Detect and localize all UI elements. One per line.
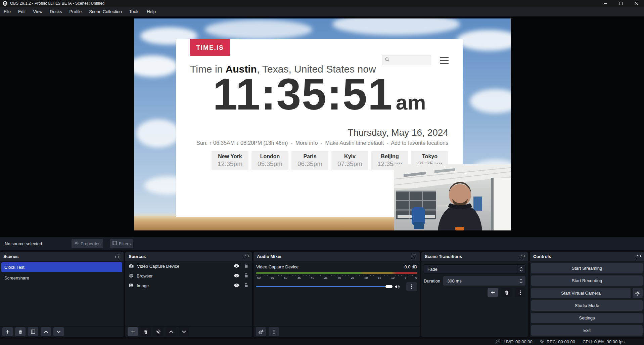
source-toolbar: No source selected Properties Filters bbox=[0, 237, 644, 250]
mixer-menu-button[interactable] bbox=[269, 327, 279, 336]
mixer-channel-menu-button[interactable] bbox=[406, 282, 417, 291]
audio-mixer-dock: Audio Mixer Video Capture Device 0.0 dB … bbox=[254, 252, 420, 337]
virtual-camera-config-button[interactable] bbox=[633, 288, 643, 298]
volume-slider[interactable] bbox=[256, 286, 392, 287]
eye-icon[interactable] bbox=[234, 264, 239, 269]
menu-scene-collection[interactable]: Scene Collection bbox=[85, 7, 126, 16]
city-london[interactable]: London05:35pm bbox=[251, 151, 288, 170]
remove-source-button[interactable] bbox=[140, 327, 151, 336]
popout-icon[interactable] bbox=[116, 255, 120, 259]
add-transition-button[interactable] bbox=[488, 288, 498, 297]
mixer-level-db: 0.0 dB bbox=[404, 264, 417, 269]
add-favorite-link[interactable]: Add to favorite locations bbox=[391, 140, 448, 146]
speaker-icon[interactable] bbox=[395, 285, 400, 289]
start-streaming-button[interactable]: Start Streaming bbox=[531, 263, 643, 273]
menu-file[interactable]: File bbox=[0, 7, 14, 16]
volume-slider-row bbox=[256, 283, 417, 291]
start-virtual-camera-button[interactable]: Start Virtual Camera bbox=[531, 288, 631, 298]
sun-info: Sun: ↑ 06:35AM ↓ 08:20PM (13h 46m) bbox=[196, 140, 288, 146]
scene-filters-button[interactable] bbox=[28, 327, 38, 336]
move-scene-down-button[interactable] bbox=[53, 327, 64, 336]
move-source-down-button[interactable] bbox=[179, 327, 189, 336]
scene-item-screenshare[interactable]: Screenshare bbox=[1, 273, 122, 283]
duration-spinner-icon[interactable] bbox=[520, 279, 523, 283]
eye-icon[interactable] bbox=[234, 273, 239, 278]
properties-label: Properties bbox=[81, 241, 100, 246]
window-controls bbox=[598, 0, 644, 7]
search-icon bbox=[385, 57, 389, 63]
popout-icon[interactable] bbox=[412, 255, 416, 259]
duration-value: 300 ms bbox=[447, 278, 462, 284]
mixer-header: Audio Mixer bbox=[254, 252, 420, 261]
timeis-search-input[interactable] bbox=[382, 55, 431, 65]
cpu-fps-text: CPU: 0.6%, 30.00 fps bbox=[583, 339, 625, 344]
record-off-icon bbox=[540, 339, 544, 344]
volume-slider-handle[interactable] bbox=[385, 285, 393, 288]
add-scene-button[interactable] bbox=[2, 327, 13, 336]
scene-item-clock-test[interactable]: Clock Test bbox=[1, 262, 122, 272]
more-info-link[interactable]: More info bbox=[295, 140, 318, 146]
transition-menu-button[interactable] bbox=[515, 288, 525, 297]
globe-icon bbox=[129, 273, 133, 279]
transition-select[interactable]: Fade bbox=[424, 264, 525, 274]
transition-selected-value: Fade bbox=[427, 267, 438, 272]
start-recording-button[interactable]: Start Recording bbox=[531, 275, 643, 286]
source-item-browser[interactable]: Browser bbox=[125, 271, 252, 281]
clock-time: 11:35:51 bbox=[213, 70, 393, 119]
preview-canvas[interactable]: TIME.IS Time in Austin, Texas, United St… bbox=[0, 16, 644, 237]
cloud bbox=[136, 119, 180, 147]
filters-button[interactable]: Filters bbox=[110, 239, 133, 248]
studio-mode-button[interactable]: Studio Mode bbox=[531, 300, 643, 311]
sources-toolbar bbox=[125, 326, 252, 337]
menu-tools[interactable]: Tools bbox=[126, 7, 143, 16]
lock-open-icon[interactable] bbox=[244, 263, 248, 269]
remove-scene-button[interactable] bbox=[15, 327, 26, 336]
duration-input[interactable]: 300 ms bbox=[443, 276, 525, 286]
source-item-video-capture[interactable]: Video Capture Device bbox=[125, 261, 252, 271]
city-kyiv[interactable]: Kyiv07:35pm bbox=[331, 151, 368, 170]
city-paris[interactable]: Paris06:35pm bbox=[291, 151, 328, 170]
popout-icon[interactable] bbox=[520, 255, 524, 259]
city-newyork[interactable]: New York12:35pm bbox=[212, 151, 248, 170]
timeis-logo[interactable]: TIME.IS bbox=[190, 39, 230, 56]
minimize-button[interactable] bbox=[598, 0, 613, 7]
properties-button[interactable]: Properties bbox=[72, 239, 103, 248]
menu-edit[interactable]: Edit bbox=[14, 7, 29, 16]
settings-button[interactable]: Settings bbox=[531, 313, 643, 323]
obs-window: OBS 29.1.2 - Profile: LLHLS BETA - Scene… bbox=[0, 0, 644, 345]
make-default-link[interactable]: Make Austin time default bbox=[325, 140, 384, 146]
menu-icon[interactable] bbox=[440, 57, 449, 64]
combo-spinner-icon[interactable] bbox=[517, 265, 525, 273]
menu-docks[interactable]: Docks bbox=[46, 7, 65, 16]
popout-icon[interactable] bbox=[244, 255, 248, 259]
date-line: Thursday, May 16, 2024 bbox=[348, 127, 448, 138]
advanced-audio-button[interactable] bbox=[256, 327, 266, 336]
controls-title: Controls bbox=[533, 254, 551, 259]
move-scene-up-button[interactable] bbox=[41, 327, 51, 336]
lock-open-icon[interactable] bbox=[244, 283, 248, 289]
source-item-image[interactable]: Image bbox=[125, 281, 252, 291]
menu-profile[interactable]: Profile bbox=[65, 7, 85, 16]
add-source-button[interactable] bbox=[128, 327, 138, 336]
close-button[interactable] bbox=[629, 0, 644, 7]
clock-display: 11:35:51am bbox=[176, 72, 463, 117]
titlebar: OBS 29.1.2 - Profile: LLHLS BETA - Scene… bbox=[0, 0, 644, 7]
controls-dock: Controls Start Streaming Start Recording… bbox=[530, 252, 644, 337]
filter-icon bbox=[112, 241, 117, 246]
remove-transition-button[interactable] bbox=[501, 288, 512, 297]
meter-scale-labels: -60-55-50-45-40-35-30-25-20-15-10-50 bbox=[256, 276, 417, 279]
popout-icon[interactable] bbox=[636, 255, 641, 259]
menu-view[interactable]: View bbox=[29, 7, 46, 16]
menu-help[interactable]: Help bbox=[143, 7, 159, 16]
exit-button[interactable]: Exit bbox=[531, 325, 643, 336]
mixer-title: Audio Mixer bbox=[257, 254, 282, 259]
eye-icon[interactable] bbox=[234, 283, 239, 288]
sources-title: Sources bbox=[129, 254, 146, 259]
rec-timer: REC: 00:00:00 bbox=[547, 339, 575, 344]
source-properties-button[interactable] bbox=[153, 327, 164, 336]
maximize-button[interactable] bbox=[613, 0, 629, 7]
scene-preview[interactable]: TIME.IS Time in Austin, Texas, United St… bbox=[134, 18, 511, 230]
move-source-up-button[interactable] bbox=[166, 327, 176, 336]
controls-header: Controls bbox=[530, 252, 644, 261]
lock-open-icon[interactable] bbox=[244, 273, 248, 279]
